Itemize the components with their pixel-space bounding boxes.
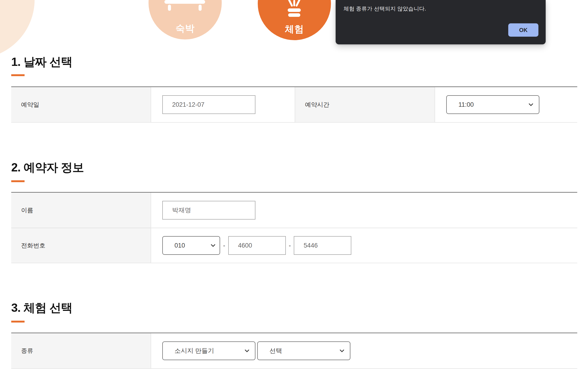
experience-kind-label: 종류 [11,333,151,368]
experience-kind-select[interactable]: 소시지 만들기 [162,341,255,360]
phone-separator: - [289,242,291,249]
alert-message: 체험 종류가 선택되지 않았습니다. [344,5,426,12]
phone-mid-input[interactable] [228,236,286,255]
experience-kind-cell: 소시지 만들기 선택 [151,333,577,368]
section-3-title: 3. 체험 선택 [11,300,72,316]
reservation-time-cell: 11:00 [435,87,577,122]
experience-option-select[interactable]: 선택 [257,341,350,360]
table-row: 이름 [11,193,577,228]
reservation-date-cell [151,87,295,122]
reservation-time-label: 예약시간 [295,87,435,122]
alert-dialog: 체험 종류가 선택되지 않았습니다. OK [336,0,546,44]
reservation-date-label: 예약일 [11,87,151,122]
phone-label: 전화번호 [11,228,151,263]
decorative-ring [0,0,35,59]
category-circle-experience[interactable]: 체험 [258,0,331,40]
reserver-info-table: 이름 전화번호 010 - - [11,192,577,263]
section-2-title: 2. 예약자 정보 [11,160,84,175]
category-label-experience: 체험 [258,23,331,36]
category-circle-lodging[interactable]: 숙박 [148,0,222,40]
table-row: 예약일 예약시간 11:00 [11,87,577,122]
section-3-underline [11,321,25,322]
bed-icon [164,0,205,11]
phone-last-input[interactable] [294,236,351,255]
section-2-underline [11,180,25,182]
phone-prefix-select[interactable]: 010 [162,236,220,255]
reservation-date-input[interactable] [162,95,255,114]
date-selection-table: 예약일 예약시간 11:00 [11,86,577,123]
section-1-underline [11,74,25,76]
reservation-time-select[interactable]: 11:00 [446,95,539,114]
table-row: 전화번호 010 - - [11,228,577,263]
name-cell [151,193,577,228]
reservation-page: 숙박 체험 체험 종류가 선택되지 않았습니다. OK 1. 날짜 선택 예약일… [0,0,588,369]
ok-button[interactable]: OK [508,23,538,37]
lamp-icon [286,0,303,19]
category-label-lodging: 숙박 [148,22,222,35]
phone-separator: - [223,242,225,249]
experience-selection-table: 종류 소시지 만들기 선택 [11,333,577,369]
name-label: 이름 [11,193,151,228]
name-input[interactable] [162,201,255,219]
section-1-title: 1. 날짜 선택 [11,54,72,70]
table-row: 종류 소시지 만들기 선택 [11,333,577,368]
phone-cell: 010 - - [151,228,577,263]
